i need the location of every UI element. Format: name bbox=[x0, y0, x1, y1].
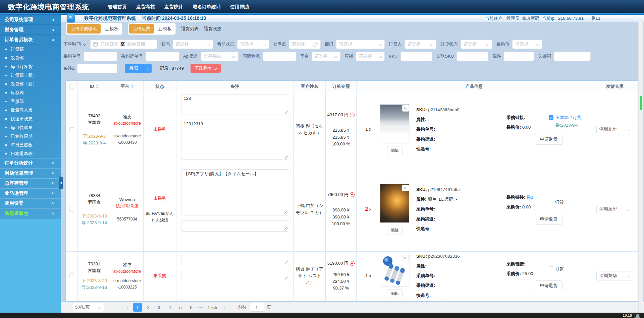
ordered-checkbox[interactable] bbox=[549, 266, 553, 271]
scrollbar-thumb[interactable] bbox=[640, 96, 642, 110]
edit-image-icon[interactable] bbox=[402, 105, 409, 112]
change-password-link[interactable]: 修改密码 bbox=[522, 15, 539, 21]
shop-select[interactable]: 请选择 bbox=[356, 52, 385, 61]
top-nav-item-shipping-stats[interactable]: 发货统计 bbox=[164, 4, 183, 10]
edit-image-icon[interactable] bbox=[402, 185, 409, 191]
search-dropdown-button[interactable] bbox=[143, 64, 152, 73]
sidebar-item-shipping-dept[interactable]: 发货部 bbox=[0, 54, 61, 62]
upload-purchase-logistics-button[interactable]: 上传采购物流 bbox=[67, 24, 101, 34]
related-sku-input[interactable] bbox=[457, 52, 488, 61]
sidebar-section-system-resources[interactable]: 系统资源包 bbox=[0, 208, 61, 218]
row-checkbox[interactable] bbox=[69, 127, 74, 132]
sidebar-item-japan-return-table[interactable]: 日本退单表 bbox=[0, 149, 61, 158]
sidebar-collapse-handle[interactable] bbox=[59, 177, 63, 189]
vertical-scrollbar[interactable] bbox=[638, 21, 643, 313]
purchase-link[interactable]: 采1 bbox=[527, 195, 533, 200]
order-time-dropdown[interactable]: 下单时间 bbox=[63, 41, 86, 47]
edit-button[interactable]: 编辑 bbox=[387, 289, 402, 298]
note-textarea[interactable]: 123 bbox=[181, 94, 289, 115]
request-return-button[interactable]: 申请退货 bbox=[535, 280, 562, 291]
page-button-5[interactable]: 5 bbox=[176, 303, 185, 312]
ordered-checkbox[interactable] bbox=[549, 115, 553, 120]
sidebar-item-order-dept[interactable]: 订货部 bbox=[0, 45, 61, 54]
purchase-tracking-input[interactable] bbox=[146, 52, 179, 61]
purchase-no-input[interactable] bbox=[84, 52, 117, 61]
refund-minus-icon[interactable] bbox=[350, 192, 355, 197]
note-textarea[interactable] bbox=[181, 270, 289, 281]
sidebar-item-daily-express-volume[interactable]: 每日快递量 bbox=[0, 123, 61, 132]
orderer-select[interactable]: 请选择 bbox=[405, 40, 436, 49]
return-status-button[interactable]: 退货状态 bbox=[204, 26, 221, 32]
api-channel-select[interactable]: 选择接口 bbox=[201, 52, 238, 61]
note-textarea[interactable] bbox=[181, 254, 289, 265]
page-button-last[interactable]: 1755 bbox=[206, 303, 219, 312]
note2-input[interactable] bbox=[77, 64, 117, 73]
sidebar-section-shop-info[interactable]: 网店信息管理 bbox=[0, 168, 61, 178]
header-platform[interactable]: 平台 bbox=[111, 81, 144, 92]
page-button-2[interactable]: 2 bbox=[144, 303, 153, 312]
warehouse-point-select[interactable]: 请选择 bbox=[289, 40, 321, 49]
note-textarea[interactable]: 12312313 bbox=[181, 120, 289, 160]
sidebar-item-batch-import[interactable]: 批量导入表 bbox=[0, 106, 61, 115]
top-nav-item-help[interactable]: 使用帮助 bbox=[230, 4, 249, 10]
platform-select[interactable]: 请选择 bbox=[312, 52, 340, 61]
logout-link[interactable]: 退出 bbox=[592, 15, 600, 21]
sidebar-item-customer-service[interactable]: 客服部 bbox=[0, 97, 61, 106]
sidebar-item-order-dept-new[interactable]: 订货部（新） bbox=[0, 71, 61, 80]
attribute-input[interactable] bbox=[504, 52, 534, 61]
top-nav-item-shipping-review[interactable]: 发货考核 bbox=[136, 4, 155, 10]
request-return-button[interactable]: 申请退货 bbox=[535, 214, 562, 225]
prev-page-button[interactable]: ‹ bbox=[124, 304, 131, 310]
sidebar-item-signed-cycle[interactable]: 已签收周期 bbox=[0, 132, 61, 141]
purchase-template-button[interactable]: 模板 bbox=[104, 26, 121, 32]
select-all-checkbox[interactable] bbox=[69, 84, 74, 89]
download-list-button[interactable]: 下载列表 bbox=[191, 64, 221, 73]
product-image[interactable] bbox=[380, 184, 410, 223]
status-select[interactable]: 请选择 bbox=[173, 40, 213, 49]
warehouse-select[interactable]: 深圳龙华 bbox=[596, 271, 633, 280]
next-page-button[interactable]: › bbox=[221, 304, 228, 310]
goto-page-input[interactable] bbox=[250, 303, 264, 312]
page-size-select[interactable]: 50条/页 bbox=[72, 303, 104, 312]
sidebar-section-finance[interactable]: 财务管理 bbox=[0, 25, 61, 35]
envelope-icon[interactable] bbox=[67, 14, 75, 22]
sidebar-item-daily-order-ship[interactable]: 每日订发货 bbox=[0, 62, 61, 71]
page-button-6[interactable]: 6 bbox=[187, 303, 196, 312]
row-checkbox[interactable] bbox=[69, 207, 74, 212]
sort-icon[interactable] bbox=[96, 84, 99, 88]
return-list-button[interactable]: 退货列表 bbox=[181, 26, 199, 32]
sidebar-section-order-aftersale[interactable]: 订单售后模块 bbox=[0, 35, 61, 45]
note-textarea[interactable]: 【SP(アプリ)購入】【タイムセール】 bbox=[181, 169, 289, 215]
date-range-input[interactable]: 开始日期 至 结束日期 bbox=[90, 40, 157, 49]
purchase-price-select[interactable]: 请选择 bbox=[512, 40, 542, 49]
sidebar-item-express-status[interactable]: 快递单状态 bbox=[0, 115, 61, 123]
ordered-checkbox-row[interactable]: 罗国鑫已订货 bbox=[549, 114, 581, 121]
sidebar-item-daily-signed[interactable]: 每日已签收 bbox=[0, 141, 61, 149]
top-nav-item-admin-home[interactable]: 管理首页 bbox=[108, 4, 127, 10]
sidebar-section-company-system[interactable]: 公司系统管理 bbox=[0, 15, 61, 25]
page-button-4[interactable]: 4 bbox=[165, 303, 174, 312]
edit-button[interactable]: 编辑 bbox=[387, 226, 402, 235]
upload-freight-button[interactable]: 上传运费 bbox=[129, 24, 154, 34]
department-select[interactable]: 请选择 bbox=[336, 40, 385, 49]
sidebar-item-shipping-dept-new[interactable]: 发货部（新） bbox=[0, 80, 61, 88]
sidebar-section-common-settings[interactable]: 常用设置 bbox=[0, 198, 61, 208]
product-image[interactable] bbox=[380, 104, 410, 143]
sidebar-section-order-analysis[interactable]: 订单分析统计 bbox=[0, 158, 61, 168]
ordered-checkbox[interactable] bbox=[549, 200, 553, 204]
sort-icon[interactable] bbox=[131, 84, 134, 88]
edit-button[interactable]: 编辑 bbox=[387, 146, 402, 155]
top-nav-item-domain-order-stats[interactable]: 域名订单统计 bbox=[193, 4, 221, 10]
page-button-3[interactable]: 3 bbox=[155, 303, 163, 312]
refund-minus-icon[interactable] bbox=[350, 113, 355, 117]
ordered-checkbox-row[interactable]: 订货 bbox=[549, 199, 564, 205]
keyword-input[interactable] bbox=[554, 52, 591, 61]
sidebar-item-inventory-table[interactable]: 库存表 bbox=[0, 88, 61, 97]
edit-image-icon[interactable] bbox=[402, 255, 409, 261]
more-pages-button[interactable]: ••• bbox=[198, 305, 204, 310]
note-textarea[interactable] bbox=[181, 220, 289, 232]
sidebar-section-total-inventory[interactable]: 总库存管理 bbox=[0, 178, 61, 188]
sku-input[interactable] bbox=[400, 52, 432, 61]
presale-status-select[interactable]: 请选择 bbox=[237, 40, 269, 49]
header-id[interactable]: ID bbox=[78, 81, 111, 92]
